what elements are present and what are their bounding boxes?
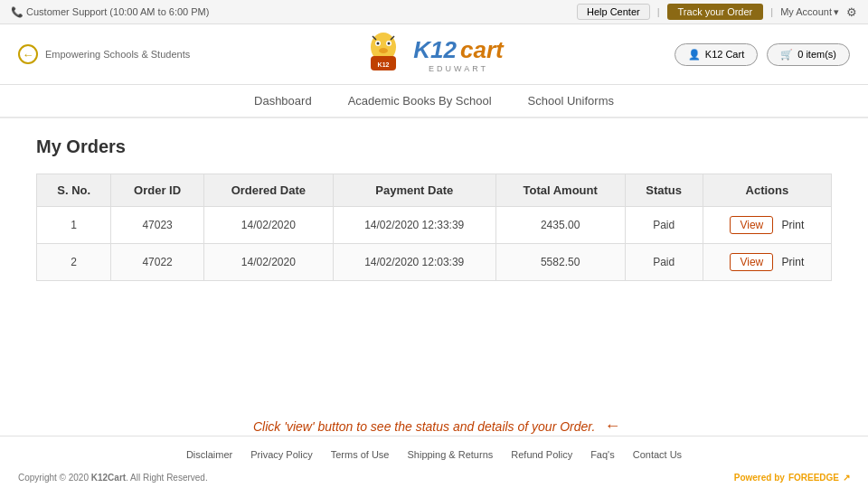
cell-actions: View Print [703, 207, 831, 244]
cell-sno: 1 [37, 207, 111, 244]
annotation-text: Click 'view' button to see the status an… [253, 419, 595, 434]
back-icon[interactable]: ← [18, 44, 38, 64]
top-bar: 📞 Customer Support (10:00 AM to 6:00 PM)… [0, 0, 868, 24]
cell-payment-date: 14/02/2020 12:03:39 [333, 244, 495, 281]
my-account-button[interactable]: My Account ▾ [780, 6, 839, 18]
cell-order-id: 47023 [111, 207, 204, 244]
footer-faq[interactable]: Faq's [590, 449, 615, 460]
annotation: Click 'view' button to see the status an… [36, 417, 832, 436]
col-ordered-date: Ordered Date [203, 174, 333, 207]
footer-contact[interactable]: Contact Us [633, 449, 682, 460]
table-row: 1 47023 14/02/2020 14/02/2020 12:33:39 2… [37, 207, 832, 244]
footer-disclaimer[interactable]: Disclaimer [186, 449, 232, 460]
annotation-arrow: ← [604, 417, 620, 436]
table-row: 2 47022 14/02/2020 14/02/2020 12:03:39 5… [37, 244, 832, 281]
cell-payment-date: 14/02/2020 12:33:39 [333, 207, 495, 244]
cell-status: Paid [625, 244, 703, 281]
main-nav: Dashboard Academic Books By School Schoo… [0, 85, 868, 118]
svg-point-5 [379, 48, 388, 53]
page-title: My Orders [36, 136, 832, 157]
divider1: | [657, 6, 660, 17]
footer-shipping[interactable]: Shipping & Returns [407, 449, 493, 460]
empowering-label: Empowering Schools & Students [45, 49, 190, 60]
cell-total-amount: 2435.00 [495, 207, 625, 244]
svg-text:K12: K12 [378, 61, 390, 68]
footer-bottom: Copyright © 2020 K12Cart. All Right Rese… [0, 467, 868, 488]
view-button[interactable]: View [730, 216, 773, 234]
col-order-id: Order ID [111, 174, 204, 207]
footer-privacy[interactable]: Privacy Policy [250, 449, 312, 460]
help-center-button[interactable]: Help Center [577, 4, 650, 20]
cursor-icon: ↗ [843, 473, 850, 483]
logo-subtitle: EDUWART [429, 64, 488, 73]
col-total-amount: Total Amount [495, 174, 625, 207]
powered-by: Powered by FOREEDGE ↗ [734, 473, 850, 483]
settings-icon[interactable]: ⚙ [846, 5, 857, 19]
main-content: My Orders S. No. Order ID Ordered Date P… [0, 118, 868, 408]
nav-dashboard[interactable]: Dashboard [254, 94, 312, 108]
cell-ordered-date: 14/02/2020 [203, 207, 333, 244]
footer-links: Disclaimer Privacy Policy Terms of Use S… [0, 436, 868, 467]
svg-point-4 [388, 42, 391, 45]
col-payment-date: Payment Date [333, 174, 495, 207]
logo-k12: K12 [413, 36, 457, 64]
cell-ordered-date: 14/02/2020 [203, 244, 333, 281]
customer-support: 📞 Customer Support (10:00 AM to 6:00 PM) [11, 6, 209, 18]
cell-sno: 2 [37, 244, 111, 281]
cell-order-id: 47022 [111, 244, 204, 281]
k12cart-button[interactable]: 👤 K12 Cart [675, 43, 758, 66]
logo-text-area: K12 cart EDUWART [413, 36, 503, 73]
print-button[interactable]: Print [782, 256, 805, 268]
col-status: Status [625, 174, 703, 207]
logo: K12 K12 cart EDUWART [361, 32, 503, 77]
header-left: ← Empowering Schools & Students [18, 44, 190, 64]
print-button[interactable]: Print [782, 219, 805, 231]
footer-terms[interactable]: Terms of Use [331, 449, 390, 460]
header: ← Empowering Schools & Students K12 [0, 24, 868, 85]
logo-cart: cart [460, 36, 504, 64]
orders-body: 1 47023 14/02/2020 14/02/2020 12:33:39 2… [37, 207, 832, 281]
nav-school-uniforms[interactable]: School Uniforms [528, 94, 614, 108]
annotation-area: Click 'view' button to see the status an… [0, 408, 868, 436]
col-sno: S. No. [37, 174, 111, 207]
footer-refund[interactable]: Refund Policy [511, 449, 572, 460]
cart-icon: 🛒 [780, 49, 793, 61]
copyright: Copyright © 2020 K12Cart. All Right Rese… [18, 473, 208, 483]
nav-books-by-school[interactable]: Academic Books By School [348, 94, 492, 108]
header-right: 👤 K12 Cart 🛒 0 item(s) [675, 43, 850, 66]
view-button[interactable]: View [730, 253, 773, 271]
orders-table: S. No. Order ID Ordered Date Payment Dat… [36, 174, 832, 281]
top-bar-right: Help Center | Track your Order | My Acco… [577, 4, 857, 20]
cart-button[interactable]: 🛒 0 item(s) [767, 43, 850, 66]
cell-status: Paid [625, 207, 703, 244]
cell-total-amount: 5582.50 [495, 244, 625, 281]
user-icon: 👤 [688, 49, 701, 61]
cell-actions: View Print [703, 244, 831, 281]
svg-point-3 [377, 42, 380, 45]
track-order-button[interactable]: Track your Order [667, 4, 764, 20]
divider2: | [770, 6, 773, 17]
col-actions: Actions [703, 174, 831, 207]
table-header: S. No. Order ID Ordered Date Payment Dat… [37, 174, 832, 207]
powered-brand: FOREEDGE [788, 473, 839, 483]
logo-mascot: K12 [361, 32, 406, 77]
